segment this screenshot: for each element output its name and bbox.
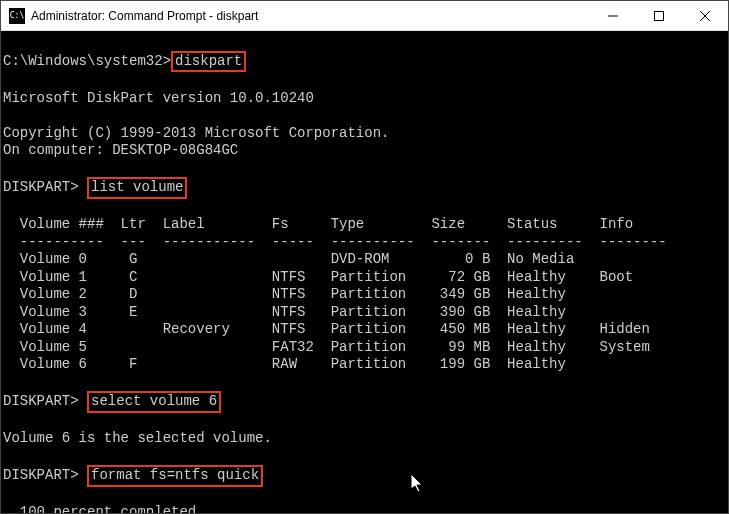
version-line: Microsoft DiskPart version 10.0.10240 — [3, 90, 314, 106]
minimize-button[interactable] — [590, 1, 636, 30]
copyright-line: Copyright (C) 1999-2013 Microsoft Corpor… — [3, 125, 389, 141]
window-buttons — [590, 1, 728, 30]
maximize-button[interactable] — [636, 1, 682, 30]
highlight-select-volume: select volume 6 — [87, 391, 221, 413]
selected-msg: Volume 6 is the selected volume. — [3, 430, 272, 446]
diskpart-prompt: DISKPART> — [3, 393, 79, 409]
table-divider: ---------- --- ----------- ----- -------… — [3, 234, 667, 250]
command-prompt-window: C:\ Administrator: Command Prompt - disk… — [0, 0, 729, 514]
table-body: Volume 0 G DVD-ROM 0 B No Media Volume 1… — [3, 251, 650, 372]
table-header: Volume ### Ltr Label Fs Type Size Status… — [3, 216, 633, 232]
highlight-format: format fs=ntfs quick — [87, 465, 263, 487]
close-button[interactable] — [682, 1, 728, 30]
window-title: Administrator: Command Prompt - diskpart — [31, 9, 590, 23]
svg-rect-1 — [655, 11, 664, 20]
diskpart-prompt: DISKPART> — [3, 467, 79, 483]
mouse-cursor-icon — [411, 474, 427, 494]
computer-line: On computer: DESKTOP-08G84GC — [3, 142, 238, 158]
highlight-diskpart: diskpart — [171, 51, 246, 73]
highlight-list-volume: list volume — [87, 177, 187, 199]
diskpart-prompt: DISKPART> — [3, 179, 79, 195]
prompt-path: C:\Windows\system32> — [3, 53, 171, 69]
progress-msg: 100 percent completed — [3, 504, 196, 513]
titlebar[interactable]: C:\ Administrator: Command Prompt - disk… — [1, 1, 728, 31]
cmd-icon: C:\ — [9, 8, 25, 24]
terminal-output[interactable]: C:\Windows\system32>diskpart Microsoft D… — [1, 31, 728, 513]
